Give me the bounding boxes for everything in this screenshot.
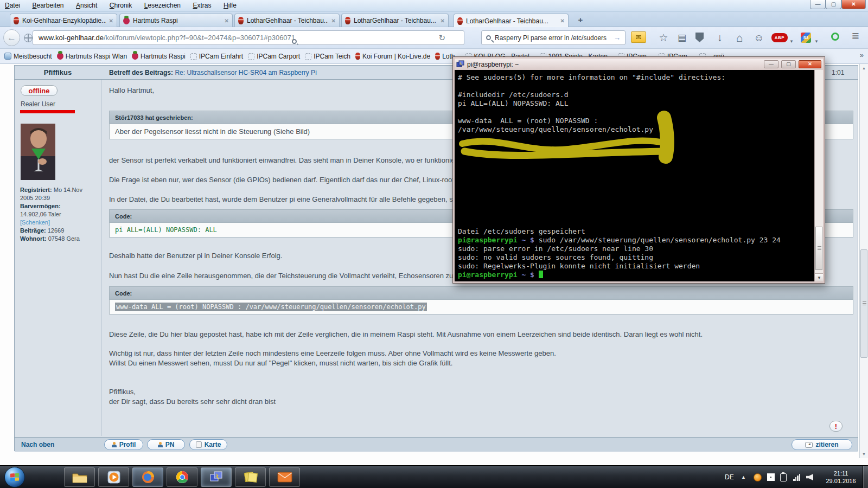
- bookmark-ipcam-carport[interactable]: IPCam Carport: [248, 53, 300, 60]
- putty-icon: [209, 471, 224, 484]
- taskbar-chrome-button[interactable]: [167, 467, 197, 487]
- window-minimize-button[interactable]: —: [810, 0, 826, 9]
- author-details: Registriert: Mo 14.Nov 2005 20:39 Barver…: [20, 186, 98, 243]
- taskbar-putty-button[interactable]: [201, 467, 232, 487]
- smiley-addon-icon[interactable]: ☺: [753, 32, 765, 44]
- terminal-scrollbar-thumb[interactable]: [815, 227, 822, 270]
- adblock-caret-icon[interactable]: ▾: [789, 35, 794, 47]
- card-icon: [196, 441, 202, 448]
- window-close-button[interactable]: ✕: [841, 0, 866, 9]
- search-go-icon[interactable]: →: [614, 34, 621, 42]
- subject-link[interactable]: Re: Ultraschallsensor HC-SR04 am Raspber…: [175, 69, 316, 76]
- tab-hartmuts-raspi[interactable]: Hartmuts Raspi ✕: [119, 14, 233, 27]
- terminal-scrollbar[interactable]: ▼: [814, 70, 823, 281]
- adblock-plus-icon[interactable]: ABP: [771, 33, 788, 42]
- putty-window[interactable]: pi@raspberrypi: ~ — ▢ ✕ # See sudoers(5)…: [452, 56, 825, 284]
- window-restore-button[interactable]: ▢: [826, 0, 841, 9]
- mail-icon[interactable]: ✉: [631, 31, 646, 43]
- bookmark-hartmuts-raspi-wlan[interactable]: Hartmuts Raspi Wlan: [57, 53, 127, 60]
- tab-lothargehlhaar-2[interactable]: LotharGehlhaar - Teichbau... ✕: [341, 14, 449, 27]
- tray-network-signal-icon[interactable]: [793, 473, 800, 481]
- tray-orange-app-icon[interactable]: [754, 466, 762, 488]
- scroll-down-icon[interactable]: ▼: [860, 450, 868, 458]
- hamburger-menu-icon[interactable]: ≡: [847, 30, 864, 42]
- show-desktop-button[interactable]: [863, 466, 868, 488]
- s3-translator-icon[interactable]: S3: [801, 33, 811, 43]
- tray-clock[interactable]: 21:11 29.01.2016: [821, 470, 860, 488]
- terminal-scroll-down-icon[interactable]: ▼: [815, 273, 823, 281]
- default-bookmark-icon: [190, 53, 197, 60]
- tray-clipboard-icon[interactable]: [780, 466, 787, 488]
- taskbar-stickynotes-button[interactable]: [235, 467, 266, 487]
- home-icon[interactable]: ⌂: [733, 32, 745, 44]
- menu-chronik[interactable]: Chronik: [105, 0, 137, 9]
- bookmark-star-icon[interactable]: ☆: [658, 32, 669, 44]
- tray-expand-icon[interactable]: ▲: [741, 466, 746, 488]
- menu-hilfe[interactable]: Hilfe: [219, 0, 241, 9]
- taskbar-mediaplayer-button[interactable]: [98, 467, 129, 487]
- tab-close-icon[interactable]: ✕: [225, 18, 229, 24]
- reading-list-icon[interactable]: ▤: [676, 32, 688, 44]
- reload-icon[interactable]: ↻: [438, 31, 445, 44]
- menu-ansicht[interactable]: Ansicht: [71, 0, 102, 9]
- search-bar[interactable]: Rasperry Pi parse error in /etc/sudoers …: [481, 30, 626, 45]
- back-to-top-link[interactable]: Nach oben: [21, 441, 54, 448]
- private-message-button[interactable]: PN: [147, 439, 185, 450]
- karte-button[interactable]: Karte: [189, 439, 227, 450]
- menu-datei[interactable]: Datei: [0, 0, 25, 9]
- menu-bearbeiten[interactable]: Bearbeiten: [27, 0, 68, 9]
- user-rank: Realer User: [21, 100, 55, 108]
- bookmark-ipcam-teich[interactable]: IPCam Teich: [305, 53, 350, 60]
- shield-icon[interactable]: [695, 33, 704, 42]
- tray-windows-flag-icon[interactable]: [767, 466, 775, 488]
- raspberry-icon: [132, 53, 138, 60]
- page-scrollbar-thumb[interactable]: [860, 249, 867, 358]
- tab-koi-enzyklopaedie[interactable]: Koi-Gehlhaar-Enzyklopädie... ✕: [10, 14, 117, 27]
- new-tab-button[interactable]: +: [573, 15, 588, 26]
- koi-favicon: [238, 17, 244, 24]
- bookmark-koi-forum[interactable]: Koi Forum | Koi-Live.de: [355, 53, 430, 60]
- putty-titlebar[interactable]: pi@raspberrypi: ~ — ▢ ✕: [455, 59, 823, 70]
- quote-button[interactable]: ❝zitieren: [792, 439, 852, 450]
- tab-lothargehlhaar-active[interactable]: LotharGehlhaar - Teichbau... ✕: [454, 14, 569, 28]
- post-paragraph: In der Datei, die Du bearbeitet hast, wu…: [109, 195, 457, 203]
- scroll-up-icon[interactable]: ▲: [860, 64, 868, 72]
- download-icon[interactable]: ↓: [714, 32, 726, 44]
- start-button[interactable]: [4, 467, 25, 487]
- koi-favicon: [345, 17, 350, 24]
- bookmark-meistbesucht[interactable]: Meistbesucht: [4, 53, 52, 60]
- search-icon[interactable]: [292, 39, 297, 44]
- selected-code-content[interactable]: www-data ALL = (root) NOPASSWD : /var/ww…: [115, 303, 427, 311]
- report-post-button[interactable]: !: [829, 421, 843, 432]
- tab-close-icon[interactable]: ✕: [441, 18, 445, 24]
- terminal-screen[interactable]: # See sudoers(5) for more information on…: [455, 70, 823, 281]
- menu-lesezeichen[interactable]: Lesezeichen: [139, 0, 186, 9]
- most-visited-icon: [4, 53, 11, 60]
- tab-label: Koi-Gehlhaar-Enzyklopädie...: [22, 17, 106, 24]
- site-identity-globe-icon[interactable]: [24, 34, 33, 42]
- profile-button[interactable]: Profil: [104, 439, 143, 450]
- taskbar-explorer-button[interactable]: [64, 467, 95, 487]
- tab-close-icon[interactable]: ✕: [109, 18, 113, 24]
- tab-close-icon[interactable]: ✕: [331, 18, 336, 24]
- taskbar-firefox-button[interactable]: [132, 467, 163, 487]
- back-button[interactable]: ←: [3, 29, 20, 46]
- bookmark-hartmuts-raspi[interactable]: Hartmuts Raspi: [132, 53, 186, 60]
- menu-extras[interactable]: Extras: [188, 0, 216, 9]
- rank-bar: [20, 110, 75, 113]
- page-scrollbar[interactable]: ▲ ▼: [859, 64, 868, 458]
- tab-close-icon[interactable]: ✕: [560, 18, 565, 24]
- schenken-link[interactable]: [Schenken]: [20, 219, 98, 227]
- putty-close-button[interactable]: ✕: [799, 60, 821, 68]
- putty-maximize-button[interactable]: ▢: [781, 60, 796, 68]
- url-bar[interactable]: www.koi-gehlhaar.de/koi/forum/viewtopic.…: [33, 30, 464, 45]
- bookmarks-overflow-chevron-icon[interactable]: »: [860, 51, 864, 59]
- tab-lothargehlhaar-1[interactable]: LotharGehlhaar - Teichbau... ✕: [234, 14, 340, 27]
- tray-volume-icon[interactable]: [806, 466, 813, 488]
- bookmark-ipcam-einfahrt[interactable]: IPCam Einfahrt: [190, 53, 243, 60]
- green-ring-addon-icon[interactable]: [831, 33, 839, 41]
- tray-language-indicator[interactable]: DE: [725, 466, 734, 488]
- s3-caret-icon[interactable]: ▾: [814, 35, 819, 47]
- putty-minimize-button[interactable]: —: [764, 60, 778, 68]
- taskbar-mail-button[interactable]: [269, 467, 300, 487]
